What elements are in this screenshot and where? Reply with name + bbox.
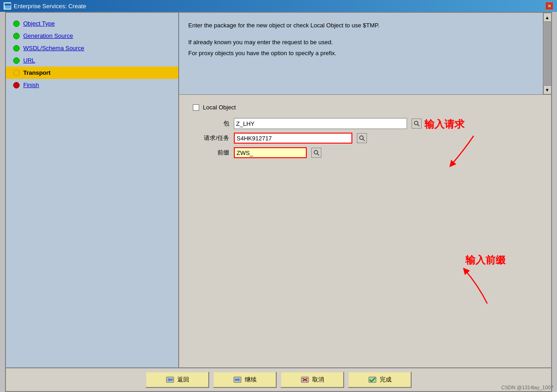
nav-label-transport: Transport [23, 69, 51, 76]
back-icon [165, 375, 175, 384]
local-object-row: Local Object [193, 104, 537, 111]
status-dot-green-2 [13, 33, 20, 39]
title-bar-left: Enterprise Services: Create [4, 2, 86, 10]
package-label: 包 [193, 119, 229, 128]
cancel-label: 取消 [312, 376, 324, 384]
continue-icon [233, 375, 242, 384]
arrow-2 [451, 263, 505, 313]
continue-button[interactable]: 继续 [213, 371, 277, 388]
form-area: Local Object 包 [179, 95, 551, 171]
package-input[interactable] [234, 118, 407, 129]
svg-point-4 [360, 136, 363, 139]
main-dialog: Object Type Generation Source WSDL/Schem… [5, 12, 552, 392]
status-dot-green-4 [13, 57, 20, 64]
nav-item-generation-source[interactable]: Generation Source [6, 30, 178, 42]
back-button[interactable]: 返回 [145, 371, 209, 388]
description-area: Enter the package for the new object or … [179, 13, 551, 95]
svg-rect-15 [235, 379, 238, 381]
nav-panel: Object Type Generation Source WSDL/Schem… [6, 13, 179, 367]
close-button[interactable]: ✕ [545, 2, 553, 10]
svg-line-3 [418, 124, 419, 126]
status-dot-yellow [13, 70, 20, 76]
watermark: CSDN @1314lay_1007 [501, 385, 553, 390]
scrollbar[interactable]: ▲ ▼ [543, 13, 551, 94]
package-search-button[interactable] [412, 119, 422, 129]
status-dot-red [13, 82, 20, 88]
scroll-down-button[interactable]: ▼ [543, 85, 552, 94]
desc-line1: Enter the package for the new object or … [188, 20, 542, 31]
local-object-label: Local Object [203, 104, 236, 111]
nav-label-finish[interactable]: Finish [23, 82, 39, 88]
finish-label: 完成 [380, 376, 392, 384]
request-input[interactable] [234, 133, 352, 144]
cancel-button[interactable]: 取消 [280, 371, 344, 388]
prefix-search-button[interactable] [311, 148, 321, 158]
nav-label-url[interactable]: URL [23, 57, 35, 64]
back-label: 返回 [177, 376, 189, 384]
title-bar: Enterprise Services: Create ✕ [0, 0, 557, 12]
request-label: 请求/任务 [193, 134, 229, 142]
status-dot-green-3 [13, 45, 20, 52]
desc-line4: For proxy objects you have the option to… [188, 48, 542, 58]
nav-item-object-type[interactable]: Object Type [6, 17, 178, 30]
svg-rect-1 [5, 4, 11, 5]
cancel-icon [300, 375, 309, 384]
nav-label-object-type[interactable]: Object Type [23, 20, 55, 27]
desc-line3: If already known you may enter the reque… [188, 37, 542, 47]
arrow-1 [437, 131, 492, 172]
finish-button[interactable]: 完成 [348, 371, 412, 388]
prefix-input[interactable] [234, 147, 307, 158]
nav-item-transport[interactable]: Transport [6, 67, 178, 79]
scroll-track [543, 22, 551, 85]
nav-item-finish[interactable]: Finish [6, 79, 178, 91]
nav-item-wsdl-schema[interactable]: WSDL/Schema Source [6, 42, 178, 54]
svg-rect-12 [170, 379, 173, 381]
package-row: 包 [193, 118, 537, 129]
dialog-content: Object Type Generation Source WSDL/Schem… [6, 13, 551, 367]
local-object-checkbox[interactable] [193, 104, 199, 111]
scroll-up-button[interactable]: ▲ [543, 13, 552, 22]
nav-label-generation-source[interactable]: Generation Source [23, 32, 73, 39]
content-panel: Enter the package for the new object or … [179, 13, 551, 367]
finish-icon [368, 375, 377, 384]
window-title: Enterprise Services: Create [14, 3, 86, 10]
nav-label-wsdl-schema[interactable]: WSDL/Schema Source [23, 45, 84, 52]
status-dot-green [13, 21, 20, 27]
annotation-text-1: 输入请求 [424, 118, 464, 131]
svg-point-6 [314, 150, 318, 154]
prefix-label: 前缀 [193, 149, 229, 157]
svg-line-7 [317, 154, 319, 155]
request-search-button[interactable] [357, 133, 367, 143]
continue-label: 继续 [245, 376, 257, 384]
form-and-annotations: Local Object 包 [179, 95, 551, 367]
button-bar: 返回 继续 取消 完成 [6, 367, 551, 391]
svg-line-5 [363, 139, 365, 141]
window-icon [4, 2, 11, 10]
svg-point-2 [414, 121, 418, 125]
nav-item-url[interactable]: URL [6, 54, 178, 67]
